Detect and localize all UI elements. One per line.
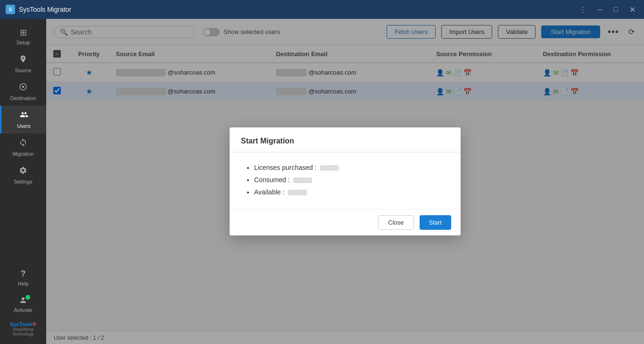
sidebar-label-users: Users [17, 123, 31, 129]
sidebar: ⊞ Setup Source Destination Users Migra [0, 19, 46, 344]
licenses-value [320, 165, 339, 171]
sidebar-label-destination: Destination [10, 95, 36, 101]
sidebar-item-settings[interactable]: Settings [0, 161, 46, 189]
titlebar-controls: ⋮ – □ ✕ [576, 4, 638, 15]
svg-point-0 [22, 86, 25, 88]
start-migration-modal: Start Migration Licenses purchased : Con… [230, 127, 461, 235]
sidebar-item-activate[interactable]: Activate [0, 291, 46, 318]
app-body: ⊞ Setup Source Destination Users Migra [0, 19, 644, 344]
modal-footer: Close Start [230, 209, 461, 235]
sidebar-item-destination[interactable]: Destination [0, 78, 46, 106]
destination-icon [19, 83, 27, 93]
licenses-label: Licenses purchased : [254, 164, 316, 171]
sidebar-item-help[interactable]: ? Help [0, 264, 46, 291]
available-item: Available : [254, 188, 449, 196]
consumed-label: Consumed : [254, 176, 289, 184]
source-icon [19, 55, 27, 66]
app-logo: S [6, 5, 15, 14]
main-content: 🔍 Show selected users Fetch Users Import… [46, 19, 644, 344]
systools-logo: SysTools® Simplifying Technology [0, 318, 46, 340]
activate-dot [25, 295, 30, 300]
sidebar-label-settings: Settings [14, 179, 33, 185]
sidebar-item-source[interactable]: Source [0, 50, 46, 78]
sidebar-label-activate: Activate [14, 307, 32, 313]
setup-icon: ⊞ [20, 27, 27, 38]
sidebar-item-users[interactable]: Users [0, 106, 46, 134]
sidebar-item-migration[interactable]: Migration [0, 134, 46, 161]
close-icon[interactable]: ✕ [627, 4, 638, 15]
users-icon [20, 110, 28, 121]
maximize-icon[interactable]: □ [611, 4, 621, 15]
migration-icon [19, 138, 27, 149]
modal-start-button[interactable]: Start [420, 215, 451, 230]
modal-body: Licenses purchased : Consumed : Availabl… [230, 152, 461, 209]
available-value [288, 190, 307, 195]
licenses-purchased-item: Licenses purchased : [254, 164, 449, 171]
help-icon: ? [21, 269, 26, 279]
app-title: SysTools Migrator [19, 6, 71, 13]
titlebar-left: S SysTools Migrator [6, 5, 71, 14]
titlebar: S SysTools Migrator ⋮ – □ ✕ [0, 0, 644, 19]
consumed-item: Consumed : [254, 176, 449, 184]
modal-close-button[interactable]: Close [378, 215, 413, 230]
modal-list: Licenses purchased : Consumed : Availabl… [247, 164, 449, 196]
more-icon[interactable]: ⋮ [576, 4, 589, 15]
sidebar-label-help: Help [18, 281, 29, 286]
sidebar-label-migration: Migration [12, 151, 33, 157]
settings-icon [19, 166, 27, 177]
modal-overlay: Start Migration Licenses purchased : Con… [46, 19, 644, 344]
consumed-value [293, 177, 312, 183]
sidebar-item-setup[interactable]: ⊞ Setup [0, 23, 46, 50]
minimize-icon[interactable]: – [595, 4, 605, 15]
sidebar-bottom: ? Help Activate [0, 264, 46, 318]
sidebar-label-setup: Setup [17, 40, 30, 45]
sidebar-label-source: Source [15, 67, 32, 73]
available-label: Available : [254, 188, 284, 196]
modal-title: Start Migration [230, 127, 461, 152]
